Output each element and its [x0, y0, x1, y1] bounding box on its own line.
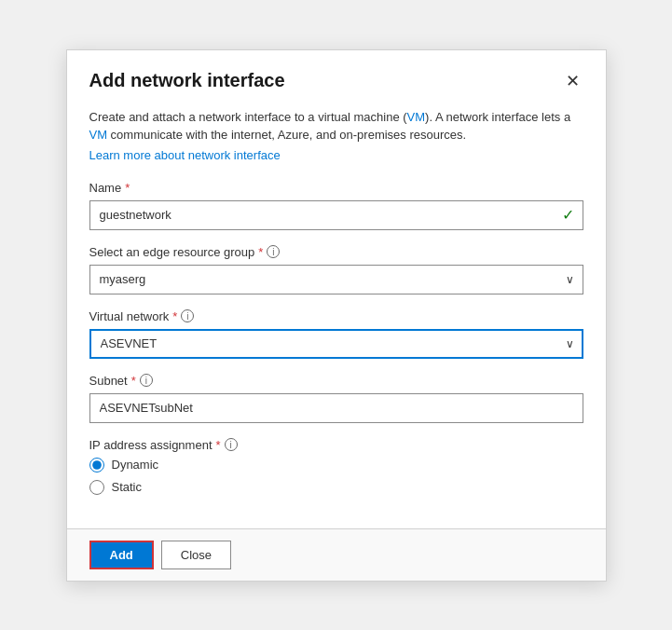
dialog-backdrop: Add network interface ✕ Create and attac… [0, 0, 672, 630]
edge-resource-group-label: Select an edge resource group * i [89, 245, 583, 259]
subnet-required: * [131, 374, 136, 388]
edge-required: * [258, 245, 263, 259]
dynamic-radio[interactable] [89, 458, 104, 472]
ip-assignment-label: IP address assignment * i [89, 438, 583, 452]
name-input[interactable] [89, 200, 583, 230]
subnet-info-icon[interactable]: i [140, 374, 153, 387]
close-dialog-button[interactable]: Close [161, 541, 231, 569]
dialog-body: Create and attach a network interface to… [67, 108, 606, 528]
vnet-info-icon[interactable]: i [181, 309, 194, 322]
edge-resource-group-field: Select an edge resource group * i myaser… [89, 245, 583, 294]
ip-info-icon[interactable]: i [225, 438, 238, 451]
virtual-network-wrapper: ASEVNET ∨ [89, 329, 583, 359]
subnet-field: Subnet * i [89, 374, 583, 423]
vm-link[interactable]: VM [407, 110, 426, 124]
name-label: Name * [89, 181, 583, 195]
dialog-header: Add network interface ✕ [67, 50, 606, 108]
vm-link-2[interactable]: VM [89, 128, 108, 142]
edge-info-icon[interactable]: i [267, 245, 280, 258]
vnet-required: * [172, 309, 177, 323]
name-required: * [125, 181, 130, 195]
edge-resource-group-select[interactable]: myaserg [89, 265, 583, 294]
static-radio-item[interactable]: Static [89, 480, 583, 495]
edge-resource-group-wrapper: myaserg ∨ [89, 265, 583, 294]
ip-assignment-field: IP address assignment * i Dynamic Static [89, 438, 583, 495]
virtual-network-label: Virtual network * i [89, 309, 583, 323]
dialog-footer: Add Close [67, 528, 606, 581]
description-text: Create and attach a network interface to… [89, 108, 583, 144]
subnet-label: Subnet * i [89, 374, 583, 388]
dialog-title: Add network interface [89, 70, 285, 91]
dynamic-radio-item[interactable]: Dynamic [89, 458, 583, 472]
static-label: Static [112, 480, 143, 494]
name-checkmark-icon: ✓ [562, 206, 574, 224]
close-button[interactable]: ✕ [562, 69, 583, 93]
subnet-input[interactable] [89, 393, 583, 423]
virtual-network-field: Virtual network * i ASEVNET ∨ [89, 309, 583, 359]
virtual-network-select[interactable]: ASEVNET [89, 329, 583, 359]
ip-required: * [216, 438, 221, 452]
dynamic-label: Dynamic [112, 458, 159, 472]
learn-more-link[interactable]: Learn more about network interface [89, 148, 583, 162]
add-network-interface-dialog: Add network interface ✕ Create and attac… [66, 49, 607, 582]
add-button[interactable]: Add [89, 541, 154, 569]
name-input-wrapper: ✓ [89, 200, 583, 230]
name-field-group: Name * ✓ [89, 181, 583, 230]
static-radio[interactable] [89, 480, 104, 495]
ip-assignment-radio-group: Dynamic Static [89, 458, 583, 495]
